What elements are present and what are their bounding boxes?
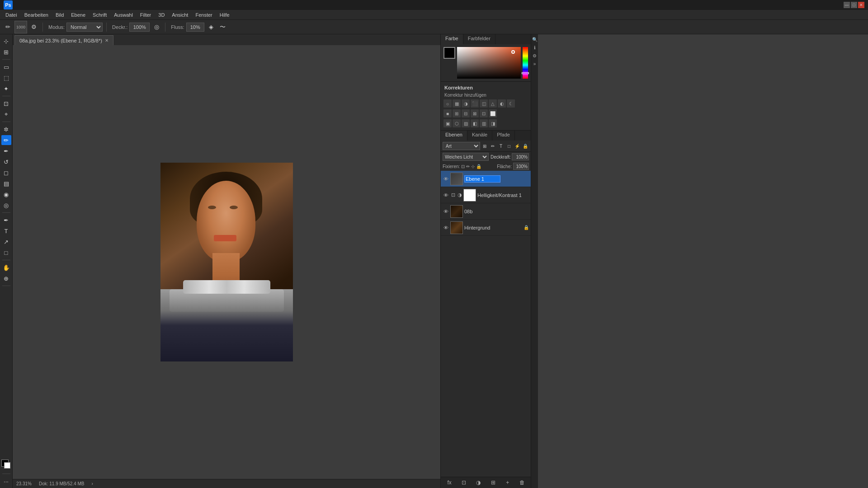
layer-blend-mode-select[interactable]: Weiches Licht Normal Multiplizieren <box>443 153 489 161</box>
menu-datei[interactable]: Datei <box>2 11 21 19</box>
layer-mask-icon[interactable]: ⊡ <box>451 192 455 198</box>
brush-tool[interactable]: ✏ <box>1 135 11 145</box>
korr-vibrance[interactable]: ◫ <box>480 99 488 108</box>
menu-bild[interactable]: Bild <box>52 11 67 19</box>
layer-name-input-ebene1[interactable] <box>464 175 500 183</box>
quick-select-tool[interactable]: ✦ <box>1 84 11 94</box>
background-color[interactable] <box>4 462 10 469</box>
extra-tools[interactable]: ··· <box>1 476 11 486</box>
crop-tool[interactable]: ⊡ <box>1 99 11 108</box>
korr-bw[interactable]: ☾ <box>507 99 515 108</box>
layer-row-brightness[interactable]: 👁 ⊡ ◑ Helligkeit/Kontrast 1 <box>441 187 531 203</box>
layer-filter-type[interactable]: T <box>497 142 505 150</box>
korr-extra-2[interactable]: ⬡ <box>453 119 461 127</box>
layer-kind-select[interactable]: Art Pixel Anpassung <box>443 142 480 150</box>
lasso-tool[interactable]: ⬚ <box>1 73 11 83</box>
korr-curves[interactable]: ◑ <box>462 99 470 108</box>
color-hue-strip[interactable] <box>523 47 528 79</box>
korr-brightness[interactable]: ☼ <box>443 99 452 108</box>
history-brush-tool[interactable]: ↺ <box>1 157 11 167</box>
layer-visibility-08b[interactable]: 👁 <box>443 208 449 215</box>
smoothing-button[interactable]: 〜 <box>218 22 228 32</box>
korr-colorlookup[interactable]: ■ <box>443 109 452 117</box>
menu-ansicht[interactable]: Ansicht <box>168 11 192 19</box>
deckraft-input[interactable] <box>129 23 150 32</box>
minimize-button[interactable]: — <box>844 2 850 8</box>
artboard-tool[interactable]: ⊞ <box>1 47 11 57</box>
blur-tool[interactable]: ◉ <box>1 189 11 199</box>
korr-exposure[interactable]: ⬛ <box>471 99 479 108</box>
eraser-tool[interactable]: ◻ <box>1 168 11 178</box>
korr-extra-4[interactable]: ◧ <box>471 119 479 127</box>
tab-kanaele[interactable]: Kanäle <box>467 131 492 141</box>
korr-colorbalance[interactable]: ◐ <box>498 99 506 108</box>
layer-new-button[interactable]: + <box>504 479 512 487</box>
mini-settings-button[interactable]: ⚙ <box>532 52 538 59</box>
menu-schrift[interactable]: Schrift <box>89 11 110 19</box>
marquee-tool[interactable]: ▭ <box>1 62 11 72</box>
fix-pixel-icon[interactable]: ✏ <box>466 164 470 169</box>
layer-row-hintergrund[interactable]: 👁 Hintergrund 🔒 <box>441 220 531 236</box>
korr-extra-6[interactable]: ◨ <box>489 119 497 127</box>
layer-visibility-ebene1[interactable]: 👁 <box>443 176 449 182</box>
fluss-input[interactable] <box>186 23 204 32</box>
layer-row-ebene1[interactable]: 👁 <box>441 171 531 187</box>
layer-filter-pixel[interactable]: ⊞ <box>481 142 488 150</box>
menu-ebene[interactable]: Ebene <box>67 11 89 19</box>
menu-fenster[interactable]: Fenster <box>192 11 216 19</box>
menu-bearbeiten[interactable]: Bearbeiten <box>21 11 52 19</box>
text-tool[interactable]: T <box>1 226 11 236</box>
layer-adjustment-button[interactable]: ◑ <box>474 479 482 487</box>
hand-tool[interactable]: ✋ <box>1 263 11 272</box>
menu-filter[interactable]: Filter <box>137 11 155 19</box>
tab-ebenen[interactable]: Ebenen <box>441 131 467 141</box>
layer-filter-toggle[interactable]: 🔒 <box>522 142 529 150</box>
gradient-tool[interactable]: ▤ <box>1 178 11 188</box>
flache-input[interactable] <box>513 163 529 170</box>
blend-mode-select[interactable]: Normal Multiplizieren Weiches Licht <box>66 23 103 32</box>
status-arrow[interactable]: › <box>92 481 93 486</box>
menu-3d[interactable]: 3D <box>155 11 168 19</box>
tab-farbe[interactable]: Farbe <box>441 34 463 44</box>
korr-threshold[interactable]: ⊠ <box>471 109 479 117</box>
tab-close-button[interactable]: ✕ <box>105 38 108 43</box>
menu-hilfe[interactable]: Hilfe <box>216 11 233 19</box>
layer-group-button[interactable]: ⊞ <box>489 479 497 487</box>
color-swatch-foreground[interactable] <box>443 47 455 59</box>
layer-visibility-brightness[interactable]: 👁 <box>443 192 449 198</box>
canvas-viewport[interactable] <box>13 45 440 479</box>
brush-settings-button[interactable]: ⚙ <box>29 22 39 32</box>
korr-posterize[interactable]: ⊟ <box>462 109 470 117</box>
korr-gradient-map[interactable]: ⊡ <box>480 109 488 117</box>
korr-invert[interactable]: ⊞ <box>453 109 461 117</box>
layer-filter-smart[interactable]: ⚡ <box>514 142 521 150</box>
pen-tool[interactable]: ✒ <box>1 215 11 225</box>
layer-visibility-hintergrund[interactable]: 👁 <box>443 225 449 231</box>
korr-selective-color[interactable]: ⬜ <box>489 109 497 117</box>
layer-adj-icon[interactable]: ◑ <box>458 192 462 198</box>
tab-farbfelder[interactable]: Farbfelder <box>463 34 495 44</box>
korr-hsl[interactable]: △ <box>489 99 497 108</box>
korr-levels[interactable]: ▦ <box>453 99 461 108</box>
menu-auswahl[interactable]: Auswahl <box>110 11 137 19</box>
layer-filter-shape[interactable]: □ <box>505 142 513 150</box>
korr-extra-5[interactable]: ▥ <box>480 119 488 127</box>
korr-extra-1[interactable]: ▣ <box>443 119 452 127</box>
airbrush-toggle[interactable]: ◎ <box>151 22 161 32</box>
brush-tool-options[interactable]: ✏ <box>3 22 13 32</box>
layer-mask-button[interactable]: ⊡ <box>460 479 468 487</box>
mini-info-button[interactable]: ℹ <box>532 44 538 51</box>
layer-delete-button[interactable]: 🗑 <box>518 479 526 487</box>
shape-tool[interactable]: □ <box>1 248 11 258</box>
maximize-button[interactable]: □ <box>851 2 857 8</box>
korr-extra-3[interactable]: ▨ <box>462 119 470 127</box>
fluss-toggle[interactable]: ◈ <box>206 22 216 32</box>
layer-fx-button[interactable]: fx <box>445 479 453 487</box>
move-tool[interactable]: ⊹ <box>1 36 11 46</box>
clone-stamp-tool[interactable]: ✒ <box>1 146 11 156</box>
deckkraft-input[interactable] <box>512 153 529 160</box>
close-button[interactable]: ✕ <box>858 2 864 8</box>
fix-position-icon[interactable]: ⊹ <box>471 164 475 169</box>
eyedropper-tool[interactable]: ⌖ <box>1 109 11 119</box>
document-tab[interactable]: 08a.jpg bei 23.3% (Ebene 1, RGB/8*) ✕ <box>14 35 113 45</box>
